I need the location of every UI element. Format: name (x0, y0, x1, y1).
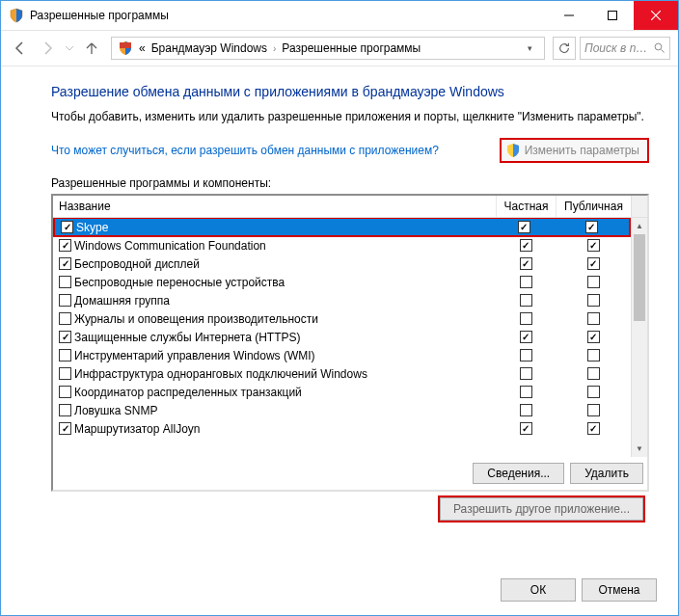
public-checkbox[interactable] (587, 349, 600, 362)
scrollbar[interactable]: ▲ ▼ (631, 218, 647, 457)
table-row[interactable]: Инструментарий управления Windows (WMI) (53, 346, 631, 364)
cancel-button[interactable]: Отмена (582, 578, 657, 602)
public-checkbox[interactable] (587, 331, 600, 343)
public-checkbox[interactable] (587, 386, 600, 398)
maximize-button[interactable] (590, 1, 634, 30)
row-label: Инструментарий управления Windows (WMI) (74, 349, 315, 362)
private-checkbox[interactable] (518, 221, 530, 233)
public-checkbox[interactable] (585, 221, 598, 233)
breadcrumb-part1[interactable]: Брандмауэр Windows (151, 41, 267, 55)
private-checkbox[interactable] (520, 331, 532, 343)
back-button[interactable] (9, 37, 32, 60)
col-name[interactable]: Название (53, 196, 496, 217)
scroll-down-button[interactable]: ▼ (632, 441, 647, 457)
row-checkbox[interactable] (59, 257, 71, 270)
private-checkbox[interactable] (520, 404, 532, 416)
row-checkbox[interactable] (59, 404, 71, 416)
list-label: Разрешенные программы и компоненты: (51, 176, 649, 190)
table-row[interactable]: Домашняя группа (53, 291, 631, 309)
remove-button[interactable]: Удалить (570, 463, 643, 484)
public-checkbox[interactable] (587, 422, 600, 435)
row-label: Инфраструктура одноранговых подключений … (74, 367, 367, 381)
table-row[interactable]: Инфраструктура одноранговых подключений … (53, 364, 631, 383)
allow-another-app-button[interactable]: Разрешить другое приложение... (438, 495, 645, 522)
row-checkbox[interactable] (59, 349, 71, 362)
recent-dropdown[interactable] (63, 37, 76, 60)
row-label: Маршрутизатор AllJoyn (74, 422, 200, 436)
table-row[interactable]: Маршрутизатор AllJoyn (53, 419, 631, 438)
row-checkbox[interactable] (59, 294, 71, 307)
table-row[interactable]: Windows Communication Foundation (53, 236, 631, 254)
search-input[interactable]: Поиск в п… (580, 37, 670, 60)
scroll-thumb[interactable] (634, 234, 645, 321)
ok-button[interactable]: ОК (501, 578, 576, 602)
window-title: Разрешенные программы (1, 8, 169, 23)
private-checkbox[interactable] (520, 386, 532, 398)
row-checkbox[interactable] (59, 239, 71, 252)
details-button[interactable]: Сведения... (473, 463, 564, 484)
window: Разрешенные программы « Брандмауэр Windo… (0, 0, 679, 616)
row-label: Windows Communication Foundation (74, 239, 266, 253)
public-checkbox[interactable] (587, 367, 600, 380)
row-checkbox[interactable] (59, 386, 71, 398)
private-checkbox[interactable] (520, 239, 532, 252)
private-checkbox[interactable] (520, 367, 532, 380)
private-checkbox[interactable] (520, 257, 532, 270)
svg-rect-1 (120, 42, 131, 48)
shield-icon (9, 8, 24, 23)
navbar: « Брандмауэр Windows › Разрешенные прогр… (1, 30, 678, 67)
row-checkbox[interactable] (59, 367, 71, 380)
row-label: Защищенные службы Интернета (HTTPS) (74, 331, 301, 344)
table-row[interactable]: Журналы и оповещения производительности (53, 309, 631, 328)
svg-point-2 (655, 43, 662, 50)
row-checkbox[interactable] (59, 312, 71, 325)
public-checkbox[interactable] (587, 239, 600, 252)
table-row[interactable]: Беспроводной дисплей (53, 254, 631, 273)
close-button[interactable] (634, 1, 678, 30)
public-checkbox[interactable] (587, 404, 600, 416)
row-checkbox[interactable] (59, 276, 71, 288)
shield-icon (505, 143, 521, 158)
breadcrumb-dropdown[interactable]: ▾ (521, 43, 538, 53)
table-row[interactable]: Ловушка SNMP (53, 401, 631, 419)
refresh-button[interactable] (553, 37, 576, 60)
row-checkbox[interactable] (59, 331, 71, 343)
private-checkbox[interactable] (520, 294, 532, 307)
forward-button[interactable] (36, 37, 59, 60)
scroll-up-button[interactable]: ▲ (632, 218, 647, 234)
breadcrumb[interactable]: « Брандмауэр Windows › Разрешенные прогр… (111, 37, 545, 60)
table-row[interactable]: Защищенные службы Интернета (HTTPS) (53, 328, 631, 346)
row-label: Домашняя группа (74, 294, 170, 308)
public-checkbox[interactable] (587, 312, 600, 325)
table-row[interactable]: Беспроводные переносные устройства (53, 273, 631, 291)
footer: ОК Отмена (501, 578, 657, 602)
private-checkbox[interactable] (520, 422, 532, 435)
row-label: Журналы и оповещения производительности (74, 312, 318, 326)
col-public[interactable]: Публичная (556, 196, 631, 217)
private-checkbox[interactable] (520, 312, 532, 325)
chevron-right-icon: › (273, 43, 276, 54)
col-private[interactable]: Частная (496, 196, 556, 217)
row-label: Skype (76, 221, 108, 234)
table-row[interactable]: Координатор распределенных транзакций (53, 383, 631, 401)
minimize-button[interactable] (547, 1, 590, 30)
up-button[interactable] (80, 37, 103, 60)
public-checkbox[interactable] (587, 294, 600, 307)
apps-list: Название Частная Публичная SkypeWindows … (51, 194, 649, 492)
row-checkbox[interactable] (59, 422, 71, 435)
private-checkbox[interactable] (520, 349, 532, 362)
breadcrumb-part2[interactable]: Разрешенные программы (282, 41, 421, 55)
help-link[interactable]: Что может случиться, если разрешить обме… (51, 144, 439, 157)
change-settings-button[interactable]: Изменить параметры (500, 138, 649, 163)
list-header: Название Частная Публичная (53, 196, 647, 218)
public-checkbox[interactable] (587, 257, 600, 270)
breadcrumb-sep: « (139, 41, 146, 55)
row-label: Беспроводной дисплей (74, 257, 200, 271)
public-checkbox[interactable] (587, 276, 600, 288)
table-row[interactable]: Skype (53, 218, 631, 237)
row-label: Беспроводные переносные устройства (74, 276, 285, 289)
svg-rect-0 (608, 12, 616, 20)
row-checkbox[interactable] (61, 221, 73, 233)
private-checkbox[interactable] (520, 276, 532, 288)
page-description: Чтобы добавить, изменить или удалить раз… (51, 109, 649, 124)
